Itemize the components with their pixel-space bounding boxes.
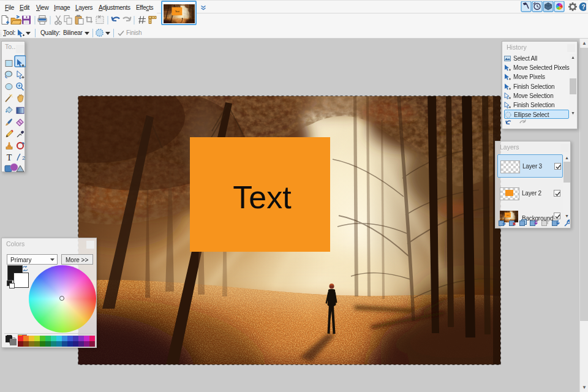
- svg-text:T: T: [7, 153, 12, 162]
- svg-text:2: 2: [22, 155, 25, 161]
- svg-text:?: ?: [581, 4, 585, 10]
